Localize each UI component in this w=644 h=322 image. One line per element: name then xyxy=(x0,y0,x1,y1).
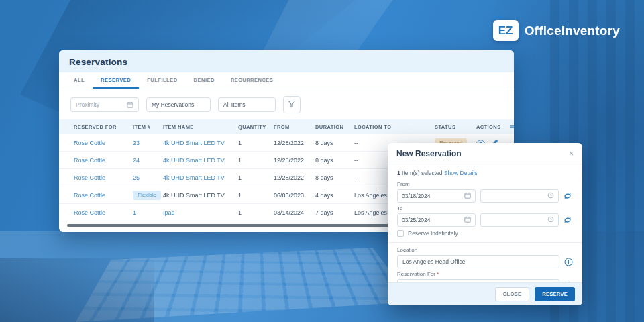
column-header-from: FROM xyxy=(274,124,315,130)
item-number-link[interactable]: 24 xyxy=(133,157,163,164)
reserve-indefinitely-row: Reserve Indefinitely xyxy=(397,230,573,237)
from-row: 03/18/2024 xyxy=(397,189,573,203)
flexible-badge: Flexible xyxy=(133,191,161,200)
brand-name: OfficeInventory xyxy=(525,23,620,38)
reserve-indefinitely-checkbox[interactable] xyxy=(397,230,404,237)
brand-logo: EZ OfficeInventory xyxy=(493,20,620,41)
table-header-row: RESERVED FOR ITEM # ITEM NAME QUANTITY F… xyxy=(59,119,514,134)
from-date-value: 12/28/2022 xyxy=(274,174,315,181)
column-header-reserved-for: RESERVED FOR xyxy=(59,124,133,130)
location-label: Location xyxy=(397,247,573,253)
quantity-value: 1 xyxy=(238,140,274,146)
item-scope-value: All Items xyxy=(223,101,246,108)
sync-icon[interactable] xyxy=(564,216,572,224)
reserved-for-link[interactable]: Rose Cottle xyxy=(59,140,133,146)
item-name-link[interactable]: 4k UHD Smart LED TV xyxy=(163,157,238,164)
panel-header: Reservations xyxy=(59,50,514,72)
tab-recurrences[interactable]: RECURRENCES xyxy=(223,72,281,89)
from-date-input[interactable]: 03/18/2024 xyxy=(397,189,476,203)
from-label: From xyxy=(397,181,573,187)
item-number-link[interactable]: 25 xyxy=(133,174,163,181)
selected-items-line: 1 Item(s) selected Show Details xyxy=(397,170,573,176)
desktop-background: EZ OfficeInventory Reservations ALL RESE… xyxy=(0,0,644,322)
reservation-for-label-text: Reservation For xyxy=(397,271,435,277)
location-select[interactable]: Los Angeles Head Office xyxy=(397,255,559,268)
proximity-placeholder: Proximity xyxy=(76,101,99,108)
brand-logo-icon: EZ xyxy=(493,20,519,41)
item-scope-select[interactable]: All Items xyxy=(218,97,276,112)
tab-denied[interactable]: DENIED xyxy=(186,72,223,89)
required-marker: * xyxy=(437,271,439,277)
column-header-location-to: LOCATION TO xyxy=(354,124,435,130)
flexible-badge-cell: Flexible xyxy=(133,191,163,200)
column-header-duration: DURATION xyxy=(315,124,354,130)
from-date-value: 12/28/2022 xyxy=(274,140,315,146)
tab-fulfilled[interactable]: FULFILLED xyxy=(139,72,185,89)
to-date-input[interactable]: 03/25/2024 xyxy=(397,213,476,227)
to-row: 03/25/2024 xyxy=(397,213,573,227)
to-date-value: 03/25/2024 xyxy=(402,217,431,223)
column-header-item-number: ITEM # xyxy=(133,124,163,130)
from-date-value: 06/06/2023 xyxy=(274,192,315,199)
filter-bar: Proximity My Reservations All Items xyxy=(59,89,514,119)
show-details-link[interactable]: Show Details xyxy=(444,170,478,176)
column-header-quantity: QUANTITY xyxy=(238,124,274,130)
reserved-for-link[interactable]: Rose Cottle xyxy=(59,174,133,181)
add-location-icon[interactable] xyxy=(564,258,573,266)
filter-button[interactable] xyxy=(283,96,301,113)
page-title: Reservations xyxy=(69,57,127,67)
background-corner-shadow xyxy=(0,258,154,322)
clock-icon xyxy=(547,192,554,200)
reserve-indefinitely-label: Reserve Indefinitely xyxy=(408,230,458,237)
modal-body: 1 Item(s) selected Show Details From 03/… xyxy=(388,164,582,302)
column-header-actions: ACTIONS xyxy=(476,124,510,130)
item-number-link[interactable]: 1 xyxy=(133,209,163,216)
item-number-link[interactable]: 23 xyxy=(133,140,163,146)
reservation-for-label: Reservation For * xyxy=(397,271,573,277)
new-reservation-modal: New Reservation × 1 Item(s) selected Sho… xyxy=(388,143,582,305)
to-time-input[interactable] xyxy=(480,213,559,227)
location-value: Los Angeles Head Office xyxy=(402,258,465,265)
close-button[interactable]: CLOSE xyxy=(495,287,529,301)
modal-footer: CLOSE RESERVE xyxy=(388,282,582,305)
quantity-value: 1 xyxy=(238,174,274,181)
proximity-date-input[interactable]: Proximity xyxy=(70,97,139,112)
duration-value: 8 days xyxy=(315,174,354,181)
selected-text: Item(s) selected xyxy=(402,170,442,176)
modal-title: New Reservation xyxy=(396,149,462,158)
quantity-value: 1 xyxy=(238,157,274,164)
modal-header: New Reservation × xyxy=(388,143,582,164)
calendar-icon xyxy=(464,216,471,224)
reservation-scope-select[interactable]: My Reservations xyxy=(146,97,211,112)
duration-value: 4 days xyxy=(315,192,354,199)
divider xyxy=(388,242,582,243)
close-icon[interactable]: × xyxy=(569,150,574,158)
quantity-value: 1 xyxy=(238,209,274,216)
item-name-link[interactable]: 4k UHD Smart LED TV xyxy=(163,140,238,146)
tab-all[interactable]: ALL xyxy=(66,72,93,89)
duration-value: 7 days xyxy=(315,209,354,216)
from-time-input[interactable] xyxy=(480,189,559,203)
location-row: Los Angeles Head Office xyxy=(397,255,573,268)
from-date-value: 12/28/2022 xyxy=(274,157,315,164)
item-name-link[interactable]: 4k UHD Smart LED TV xyxy=(163,174,238,181)
calendar-icon xyxy=(464,192,471,200)
reserve-button[interactable]: RESERVE xyxy=(535,287,575,301)
item-name-text: 4k UHD Smart LED TV xyxy=(163,192,238,199)
reservation-scope-value: My Reservations xyxy=(152,101,194,108)
quantity-value: 1 xyxy=(238,192,274,199)
reserved-for-link[interactable]: Rose Cottle xyxy=(59,192,133,199)
column-header-item-name: ITEM NAME xyxy=(163,124,238,130)
from-date-value: 03/14/2024 xyxy=(274,209,315,216)
tab-reserved[interactable]: RESERVED xyxy=(93,72,139,89)
sync-icon[interactable] xyxy=(564,192,572,200)
from-date-value: 03/18/2024 xyxy=(402,193,431,199)
clock-icon xyxy=(547,216,554,224)
reserved-for-link[interactable]: Rose Cottle xyxy=(59,157,133,164)
reserved-for-link[interactable]: Rose Cottle xyxy=(59,209,133,216)
column-header-status: STATUS xyxy=(435,124,476,130)
item-name-link[interactable]: Ipad xyxy=(163,209,238,216)
column-settings-icon[interactable] xyxy=(510,124,514,129)
filter-funnel-icon xyxy=(288,99,296,111)
reservations-tabs: ALL RESERVED FULFILLED DENIED RECURRENCE… xyxy=(59,72,514,89)
